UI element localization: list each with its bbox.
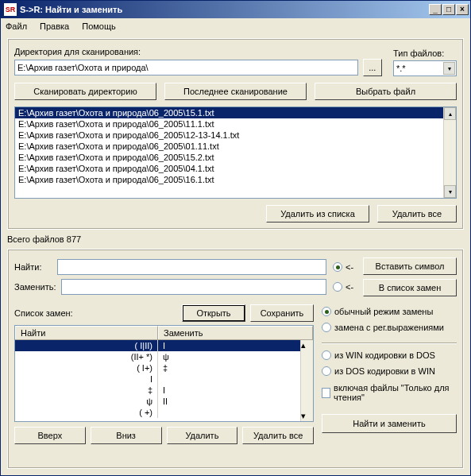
radio-replace-target[interactable]: <- [333,282,357,292]
table-row[interactable]: ( І|ІІ)І [15,340,313,351]
table-row[interactable]: ‡І [15,385,313,396]
scan-group: Директория для сканирования: ... Тип фай… [7,38,464,230]
table-row[interactable]: (ІІ+ *)ψ [15,351,313,362]
filetype-value: *.* [396,64,406,73]
app-icon: SR [4,3,17,16]
total-files-label: Всего файлов 877 [7,234,464,244]
list-item[interactable]: E:\Архив газет\Охота и природа\06_2005\0… [15,163,456,174]
app-window: SR S->R: Найти и заменить _ □ × Файл Пра… [0,0,471,476]
menu-file[interactable]: Файл [6,21,27,31]
radio-find-target[interactable]: <- [333,262,357,272]
table-row[interactable]: ( І+)‡ [15,362,313,373]
find-label: Найти: [14,262,52,272]
menu-help[interactable]: Помощь [82,21,116,31]
list-item[interactable]: E:\Архив газет\Охота и природа\06_2005\1… [15,118,456,130]
separator [322,342,457,343]
close-button[interactable]: × [456,4,469,15]
list-item[interactable]: E:\Архив газет\Охота и природа\06_2005\1… [15,130,456,141]
delete-row-button[interactable]: Удалить [167,427,238,444]
list-item[interactable]: E:\Архив газет\Охота и природа\06_2005\1… [15,174,456,185]
find-and-replace-button[interactable]: Найти и заменить [322,414,457,433]
replace-table[interactable]: Найти Заменить ( І|ІІ)І(ІІ+ *)ψ( І+)‡І‡І… [14,325,314,422]
replace-group: Найти: Заменить: <- <- Вставить символ В… [7,249,464,469]
maximize-button[interactable]: □ [442,4,455,15]
to-list-button[interactable]: В список замен [363,279,457,296]
replace-label: Заменить: [14,282,56,292]
file-list[interactable]: E:\Архив газет\Охота и природа\06_2005\1… [14,106,457,199]
list-item[interactable]: E:\Архив газет\Охота и природа\06_2005\1… [15,107,456,118]
browse-button[interactable]: ... [363,59,382,76]
radio-mode-normal[interactable]: обычный режим замены [322,307,457,316]
table-row[interactable]: І [15,373,313,385]
save-list-button[interactable]: Сохранить [250,304,314,322]
window-title: S->R: Найти и заменить [20,5,429,14]
scroll-up-icon[interactable]: ▴ [301,340,313,350]
table-scrollbar[interactable]: ▴ ▾ [300,340,313,421]
list-item[interactable]: E:\Архив газет\Охота и природа\06_2005\1… [15,152,456,163]
scroll-up-icon[interactable]: ▴ [444,107,456,120]
move-down-button[interactable]: Вниз [91,427,162,444]
find-input[interactable] [57,259,326,275]
col-replace-header[interactable]: Заменить [158,326,313,339]
scan-dir-button[interactable]: Сканировать директорию [14,83,156,100]
chevron-down-icon: ▾ [443,62,455,75]
delete-from-list-button[interactable]: Удалить из списка [266,205,369,223]
checkbox-readonly[interactable]: включая файлы "Только для чтения" [322,383,457,402]
replace-input[interactable] [61,279,327,295]
scroll-down-icon[interactable]: ▾ [444,185,456,198]
scrollbar[interactable]: ▴ ▾ [443,107,456,198]
last-scan-button[interactable]: Последнее сканирование [164,83,307,100]
menu-edit[interactable]: Правка [40,21,69,31]
scroll-down-icon[interactable]: ▾ [301,411,313,421]
minimize-button[interactable]: _ [429,4,442,15]
filetype-label: Тип файлов: [393,48,457,58]
table-row[interactable]: ( +) [15,407,313,418]
radio-mode-regex[interactable]: замена с рег.выражениями [322,323,457,332]
open-list-button[interactable]: Открыть [182,304,245,322]
choose-file-button[interactable]: Выбрать файл [315,83,457,100]
move-up-button[interactable]: Вверх [14,427,86,444]
list-label: Список замен: [14,308,177,318]
table-row[interactable]: ψІІ [15,396,313,407]
delete-all-files-button[interactable]: Удалить все [377,205,457,223]
delete-all-rows-button[interactable]: Удалить все [242,427,314,444]
radio-win-to-dos[interactable]: из WIN кодировки в DOS [322,350,457,360]
menubar: Файл Правка Помощь [1,18,470,33]
dir-input[interactable] [14,60,358,75]
titlebar: SR S->R: Найти и заменить _ □ × [1,1,470,18]
client-area: Директория для сканирования: ... Тип фай… [1,33,470,475]
col-find-header[interactable]: Найти [15,326,158,339]
insert-symbol-button[interactable]: Вставить символ [363,257,457,275]
dir-label: Директория для сканирования: [14,47,382,56]
filetype-select[interactable]: *.* ▾ [393,60,457,76]
list-item[interactable]: E:\Архив газет\Охота и природа\06_2005\0… [15,141,456,152]
radio-dos-to-win[interactable]: из DOS кодировки в WIN [322,366,457,376]
